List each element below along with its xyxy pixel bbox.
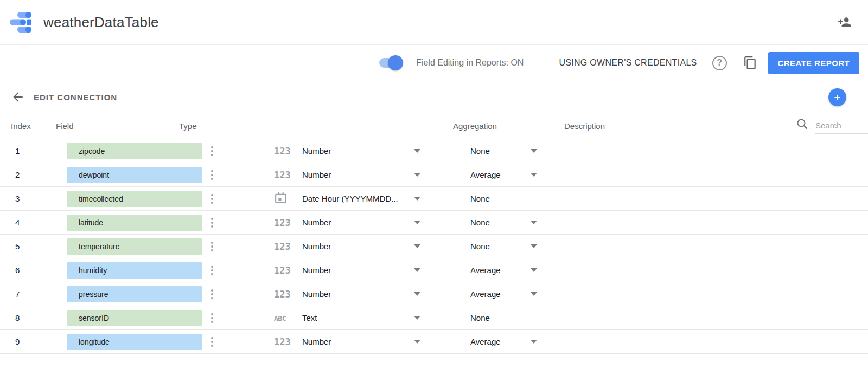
description-cell[interactable] (537, 139, 868, 163)
type-select[interactable]: Text (302, 313, 420, 322)
kebab-menu-icon[interactable] (207, 192, 218, 205)
table-row: 4 latitude 123 ABC Number None (0, 211, 868, 235)
type-dropdown-arrow[interactable] (414, 221, 420, 224)
description-cell[interactable] (537, 235, 868, 258)
type-label: Number (302, 218, 331, 227)
search-icon[interactable] (796, 118, 809, 131)
number-type-icon: 123 (274, 265, 291, 276)
field-editing-toggle[interactable] (379, 57, 402, 69)
type-icon-cell: 123 ABC (274, 146, 302, 157)
type-select[interactable]: Number (302, 337, 420, 346)
field-chip[interactable]: zipcode (67, 143, 202, 159)
aggregation-select[interactable]: None (470, 146, 537, 156)
type-select[interactable]: Number (302, 242, 420, 251)
type-dropdown-arrow[interactable] (414, 316, 420, 320)
number-type-icon: 123 (274, 146, 291, 157)
aggregation-select[interactable]: None (470, 242, 537, 251)
table-header: Index Field Type Aggregation Description… (0, 113, 868, 139)
field-chip[interactable]: humidity (67, 262, 202, 279)
aggregation-select[interactable]: Average (470, 170, 537, 179)
field-chip[interactable]: pressure (67, 286, 202, 302)
description-cell[interactable] (537, 187, 868, 210)
copy-icon[interactable] (743, 56, 757, 70)
search-box: Search (796, 118, 868, 134)
type-icon-cell: 123 ABC (274, 265, 302, 276)
type-select[interactable]: Number (302, 218, 420, 227)
description-cell[interactable] (537, 306, 868, 329)
table-row: 7 pressure 123 ABC Number Average (0, 282, 868, 306)
description-cell[interactable] (537, 258, 868, 282)
field-chip[interactable]: latitude (67, 215, 202, 231)
help-icon[interactable]: ? (712, 56, 727, 70)
type-dropdown-arrow[interactable] (414, 197, 420, 201)
field-chip[interactable]: longitude (67, 334, 202, 350)
type-select[interactable]: Number (302, 170, 420, 179)
toolbar-divider (541, 51, 541, 74)
aggregation-select[interactable]: Average (470, 266, 537, 275)
connection-bar: EDIT CONNECTION + (0, 81, 868, 113)
description-cell[interactable] (537, 282, 868, 306)
aggregation-dropdown-arrow[interactable] (531, 268, 537, 272)
type-select[interactable]: Number (302, 266, 420, 275)
row-index: 8 (0, 313, 67, 322)
kebab-menu-icon[interactable] (207, 169, 218, 182)
type-label: Date Hour (YYYYMMDD... (302, 194, 398, 203)
type-dropdown-arrow[interactable] (414, 173, 420, 177)
description-cell[interactable] (537, 330, 868, 353)
aggregation-dropdown-arrow[interactable] (531, 149, 537, 153)
column-header-description: Description (564, 121, 605, 131)
field-chip[interactable]: temperature (67, 238, 202, 255)
table-row: 3 timecollected 123 ABC Date Hour (YYYYM… (0, 187, 868, 211)
aggregation-value: None (470, 194, 490, 203)
edit-connection-button[interactable]: EDIT CONNECTION (34, 93, 117, 102)
kebab-menu-icon[interactable] (207, 288, 218, 301)
type-dropdown-arrow[interactable] (414, 244, 420, 248)
field-chip[interactable]: timecollected (67, 191, 202, 207)
create-report-button[interactable]: CREATE REPORT (768, 52, 859, 74)
kebab-menu-icon[interactable] (207, 335, 218, 348)
aggregation-select[interactable]: None (470, 218, 537, 227)
aggregation-select[interactable]: Average (470, 289, 537, 299)
number-type-icon: 123 (274, 289, 291, 300)
type-label: Text (302, 313, 317, 322)
arrow-back-icon[interactable] (11, 90, 25, 104)
type-icon-cell: 123 ABC (274, 337, 302, 347)
type-dropdown-arrow[interactable] (414, 292, 420, 296)
aggregation-dropdown-arrow[interactable] (531, 244, 537, 248)
type-icon-cell: 123 ABC (274, 241, 302, 252)
type-dropdown-arrow[interactable] (414, 268, 420, 272)
kebab-menu-icon[interactable] (207, 312, 218, 325)
aggregation-dropdown-arrow[interactable] (531, 221, 537, 224)
table-row: 2 dewpoint 123 ABC Number Average (0, 163, 868, 187)
aggregation-dropdown-arrow[interactable] (531, 173, 537, 177)
type-select[interactable]: Date Hour (YYYYMMDD... (302, 194, 420, 203)
aggregation-value: Average (470, 170, 501, 179)
person-add-icon[interactable] (838, 15, 852, 29)
text-type-icon: ABC (274, 314, 286, 322)
number-type-icon: 123 (274, 217, 291, 228)
aggregation-select[interactable]: None (470, 313, 537, 322)
row-index: 4 (0, 218, 67, 227)
description-cell[interactable] (537, 211, 868, 234)
type-select[interactable]: Number (302, 289, 420, 299)
aggregation-select[interactable]: None (470, 194, 537, 203)
field-chip[interactable]: sensorID (67, 310, 202, 326)
field-chip[interactable]: dewpoint (67, 167, 202, 183)
add-field-button[interactable]: + (828, 88, 846, 106)
type-dropdown-arrow[interactable] (414, 149, 420, 153)
kebab-menu-icon[interactable] (207, 264, 218, 277)
data-studio-logo-icon[interactable] (10, 12, 31, 33)
page-title[interactable]: weatherDataTable (43, 14, 159, 31)
search-input[interactable]: Search (815, 119, 868, 134)
type-select[interactable]: Number (302, 146, 420, 156)
kebab-menu-icon[interactable] (207, 216, 218, 229)
number-type-icon: 123 (274, 337, 291, 347)
kebab-menu-icon[interactable] (207, 240, 218, 253)
kebab-menu-icon[interactable] (207, 145, 218, 158)
aggregation-dropdown-arrow[interactable] (531, 292, 537, 296)
aggregation-select[interactable]: Average (470, 337, 537, 346)
aggregation-dropdown-arrow[interactable] (531, 340, 537, 344)
type-dropdown-arrow[interactable] (414, 340, 420, 344)
description-cell[interactable] (537, 163, 868, 186)
aggregation-value: Average (470, 266, 501, 275)
